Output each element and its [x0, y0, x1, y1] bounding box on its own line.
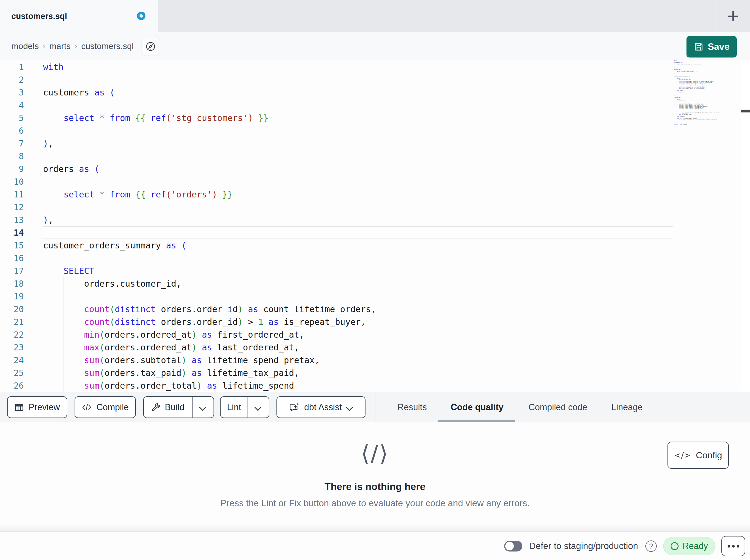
view-lineage-button[interactable]: [141, 37, 160, 56]
code-quality-panel: ⟨/⟩ There is nothing here Press the Lint…: [0, 422, 750, 532]
code-text: with: [24, 61, 63, 74]
tab-customers-sql[interactable]: customers.sql: [0, 0, 158, 32]
dot-icon: [728, 545, 730, 547]
code-line[interactable]: 25 sum(orders.tax_paid) as lifetime_tax_…: [0, 367, 669, 379]
tab-compiled-code[interactable]: Compiled code: [521, 392, 595, 422]
line-number[interactable]: 6: [0, 124, 24, 137]
line-number[interactable]: 12: [0, 201, 24, 213]
line-number[interactable]: 19: [0, 290, 24, 303]
code-line[interactable]: 21 count(distinct orders.order_id) > 1 a…: [0, 315, 669, 328]
code-line[interactable]: 8: [0, 150, 669, 163]
wrench-icon: [151, 402, 161, 412]
compile-button[interactable]: Compile: [75, 396, 136, 418]
line-number[interactable]: 22: [0, 328, 24, 341]
build-button[interactable]: Build: [144, 397, 192, 417]
line-number[interactable]: 11: [0, 188, 24, 201]
lint-dropdown-button[interactable]: [248, 397, 269, 417]
tab-bar-divider: [716, 0, 716, 32]
line-number[interactable]: 8: [0, 150, 24, 163]
code-line[interactable]: 5 select * from {{ ref('stg_customers') …: [0, 111, 669, 124]
code-line[interactable]: 14: [0, 226, 669, 239]
dbt-assist-button[interactable]: dbt Assist: [276, 396, 366, 418]
code-line[interactable]: 19: [0, 290, 669, 303]
code-editor[interactable]: 1with23customers as (45 select * from {{…: [0, 60, 750, 392]
code-line[interactable]: 18 orders.customer_id,: [0, 277, 669, 290]
scrollbar-thumb[interactable]: [741, 110, 750, 112]
code-text: [24, 201, 43, 213]
breadcrumb-models[interactable]: models: [11, 41, 39, 51]
new-tab-button[interactable]: [725, 8, 741, 24]
save-button[interactable]: Save: [687, 36, 737, 58]
breadcrumb-marts[interactable]: marts: [50, 41, 71, 51]
code-line[interactable]: 16: [0, 252, 669, 265]
breadcrumb: models › marts › customers.sql: [11, 32, 134, 60]
line-number[interactable]: 18: [0, 277, 24, 290]
defer-label: Defer to staging/production: [529, 532, 638, 560]
editor-minimap[interactable]: with customers as ( select * from {{ ref…: [674, 60, 735, 134]
code-text: max(orders.ordered_at) as last_ordered_a…: [24, 341, 299, 354]
line-number[interactable]: 20: [0, 303, 24, 315]
build-dropdown-button[interactable]: [192, 397, 214, 417]
line-number[interactable]: 3: [0, 86, 24, 99]
code-text: ),: [24, 137, 53, 150]
line-number[interactable]: 9: [0, 163, 24, 175]
dot-icon: [732, 545, 735, 547]
code-line[interactable]: 17 SELECT: [0, 265, 669, 277]
line-number[interactable]: 2: [0, 74, 24, 86]
tab-lineage[interactable]: Lineage: [605, 392, 649, 422]
line-number[interactable]: 14: [0, 226, 24, 239]
line-number[interactable]: 24: [0, 354, 24, 367]
line-number[interactable]: 21: [0, 315, 24, 328]
tab-code-quality[interactable]: Code quality: [444, 392, 510, 422]
code-line[interactable]: 11 select * from {{ ref('orders') }}: [0, 188, 669, 201]
code-text: [24, 124, 43, 137]
code-line[interactable]: 4: [0, 99, 669, 111]
chevron-down-icon: [199, 403, 207, 411]
code-line[interactable]: 26 sum(orders.order_total) as lifetime_s…: [0, 379, 669, 392]
line-number[interactable]: 7: [0, 137, 24, 150]
code-text: [24, 226, 43, 239]
code-line[interactable]: 1with: [0, 61, 669, 74]
code-icon: </>: [674, 450, 691, 460]
dot-icon: [737, 545, 739, 547]
build-label: Build: [165, 402, 184, 412]
editor-scrollbar[interactable]: [741, 60, 750, 392]
code-line[interactable]: 13),: [0, 213, 669, 226]
line-number[interactable]: 5: [0, 111, 24, 124]
toggle-knob: [505, 542, 514, 551]
empty-state-title: There is nothing here: [0, 481, 750, 492]
line-number[interactable]: 1: [0, 61, 24, 74]
code-line[interactable]: 22 min(orders.ordered_at) as first_order…: [0, 328, 669, 341]
line-number[interactable]: 16: [0, 252, 24, 265]
line-number[interactable]: 10: [0, 175, 24, 188]
code-line[interactable]: 23 max(orders.ordered_at) as last_ordere…: [0, 341, 669, 354]
code-lines: 1with23customers as (45 select * from {{…: [0, 61, 669, 392]
code-line[interactable]: 2: [0, 74, 669, 86]
line-number[interactable]: 25: [0, 367, 24, 379]
code-line[interactable]: 7),: [0, 137, 669, 150]
tab-results[interactable]: Results: [392, 392, 433, 422]
help-icon[interactable]: ?: [645, 540, 657, 552]
preview-button[interactable]: Preview: [7, 396, 67, 418]
code-line[interactable]: 24 sum(orders.subtotal) as lifetime_spen…: [0, 354, 669, 367]
defer-toggle[interactable]: [504, 541, 522, 552]
line-number[interactable]: 4: [0, 99, 24, 111]
line-number[interactable]: 17: [0, 265, 24, 277]
line-number[interactable]: 15: [0, 239, 24, 252]
code-line[interactable]: 9orders as (: [0, 163, 669, 175]
line-number[interactable]: 13: [0, 213, 24, 226]
config-button[interactable]: </> Config: [668, 442, 729, 469]
code-line[interactable]: 3customers as (: [0, 86, 669, 99]
more-options-button[interactable]: [722, 536, 745, 556]
lint-button[interactable]: Lint: [221, 397, 248, 417]
code-line[interactable]: 20 count(distinct orders.order_id) as co…: [0, 303, 669, 315]
code-line[interactable]: 10: [0, 175, 669, 188]
code-text: sum(orders.subtotal) as lifetime_spend_p…: [24, 354, 320, 367]
line-number[interactable]: 23: [0, 341, 24, 354]
code-line[interactable]: 15customer_orders_summary as (: [0, 239, 669, 252]
code-line[interactable]: 6: [0, 124, 669, 137]
breadcrumb-row: models › marts › customers.sql: [0, 32, 750, 60]
line-number[interactable]: 26: [0, 379, 24, 392]
empty-state-subtitle: Press the Lint or Fix button above to ev…: [0, 498, 750, 509]
code-line[interactable]: 12: [0, 201, 669, 213]
